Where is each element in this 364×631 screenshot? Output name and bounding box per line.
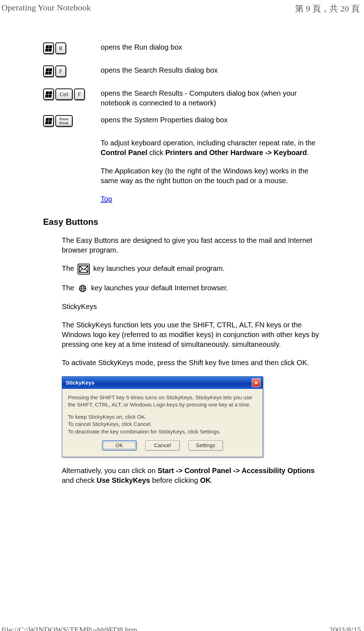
dialog-titlebar: StickyKeys ✕ <box>62 377 263 389</box>
footer-path: file://C:\WINDOWS\TEMP\~hh9FD8.htm <box>1 625 137 631</box>
key-combo: R <box>0 42 101 54</box>
dialog-title: StickyKeys <box>66 380 95 386</box>
content-area: R opens the Run dialog box F opens the S… <box>0 17 364 485</box>
footer-date: 2003/8/15 <box>329 625 361 631</box>
shortcut-desc: opens the Search Results dialog box <box>101 65 364 75</box>
key-combo: PauseBreak <box>0 115 101 127</box>
ok-button[interactable]: OK <box>102 440 137 450</box>
shortcut-desc: opens the Search Results - Computers dia… <box>101 88 364 108</box>
dialog-button-row: OK Cancel Settings <box>68 440 257 450</box>
top-link[interactable]: Top <box>101 195 112 203</box>
alternative-para: Alternatively, you can click on Start ->… <box>62 466 364 485</box>
shortcut-desc: opens the System Properties dialog box <box>101 115 364 125</box>
page-indicator: 第 9 頁，共 20 頁 <box>295 3 360 14</box>
key-combo: F <box>0 65 101 77</box>
windows-key-icon <box>43 115 54 127</box>
windows-key-icon <box>43 42 54 54</box>
dialog-text-1: Pressing the SHIFT key 5 times turns on … <box>68 394 257 409</box>
dialog-body: Pressing the SHIFT key 5 times turns on … <box>62 389 263 457</box>
application-key-para: The Application key (to the right of the… <box>101 166 321 186</box>
easy-buttons-heading: Easy Buttons <box>43 217 364 227</box>
key-ctrl: Ctrl <box>55 88 73 100</box>
key-pause-break: PauseBreak <box>55 115 73 127</box>
globe-key-line: The key launches your default Internet b… <box>62 283 321 293</box>
shortcut-row-sysprops: PauseBreak opens the System Properties d… <box>0 115 364 127</box>
mail-icon <box>78 264 90 274</box>
dialog-text-2: To keep StickyKeys on, click OK. To canc… <box>68 413 257 435</box>
shortcut-desc: opens the Run dialog box <box>101 42 364 52</box>
globe-icon <box>78 284 88 293</box>
stickykeys-activate: To activate StickyKeys mode, press the S… <box>62 358 321 368</box>
easy-buttons-intro: The Easy Buttons are designed to give yo… <box>62 236 321 255</box>
shortcut-row-search: F opens the Search Results dialog box <box>0 65 364 77</box>
key-f: F <box>55 65 66 77</box>
cancel-button[interactable]: Cancel <box>145 440 180 450</box>
doc-title: Operating Your Notebook <box>1 3 91 14</box>
key-r: R <box>55 42 66 54</box>
close-icon[interactable]: ✕ <box>252 378 261 387</box>
key-f: F <box>74 88 85 100</box>
shortcut-row-search-computers: Ctrl F opens the Search Results - Comput… <box>0 88 364 108</box>
windows-key-icon <box>43 65 54 77</box>
stickykeys-subheading: StickyKeys <box>62 302 321 312</box>
easy-buttons-body: The Easy Buttons are designed to give yo… <box>62 236 364 368</box>
stickykeys-dialog: StickyKeys ✕ Pressing the SHIFT key 5 ti… <box>62 376 263 457</box>
page-footer: file://C:\WINDOWS\TEMP\~hh9FD8.htm 2003/… <box>0 624 364 631</box>
mail-key-line: The key launches your default email prog… <box>62 264 321 274</box>
page-header: Operating Your Notebook 第 9 頁，共 20 頁 <box>0 0 364 17</box>
shortcut-row-run: R opens the Run dialog box <box>0 42 364 54</box>
stickykeys-desc: The StickyKeys function lets you use the… <box>62 320 321 349</box>
windows-key-icon <box>43 88 54 100</box>
settings-button[interactable]: Settings <box>188 440 223 450</box>
adjust-keyboard-para: To adjust keyboard operation, including … <box>101 138 364 204</box>
key-combo: Ctrl F <box>0 88 101 100</box>
